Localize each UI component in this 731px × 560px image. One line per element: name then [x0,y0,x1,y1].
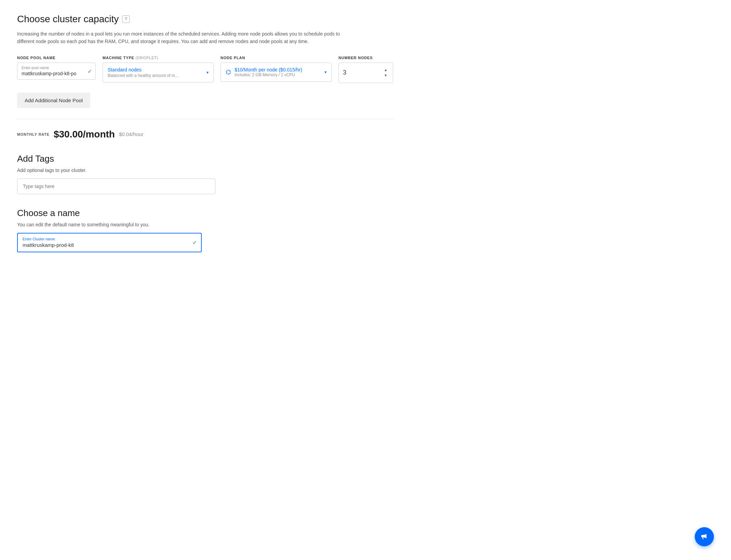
machine-type-chevron-icon: ▾ [207,70,209,75]
monthly-rate-label: MONTHLY RATE [17,132,50,136]
node-pool-form: NODE POOL NAME Enter pool name ✓ MACHINE… [17,56,393,83]
node-plan-desc: Includes: 2 GB Memory / 1 vCPU [235,72,302,77]
pool-name-check-icon: ✓ [88,68,92,74]
hourly-rate-value: $0.04/hour [119,131,144,137]
page-description: Increasing the number of nodes in a pool… [17,30,342,45]
page-title-text: Choose cluster capacity [17,14,119,25]
node-count-increment[interactable]: ▲ [383,68,389,72]
number-nodes-label: NUMBER NODES [338,56,393,60]
add-tags-desc: Add optional tags to your cluster. [17,168,393,173]
tags-input[interactable] [17,178,215,194]
pool-name-input-wrapper[interactable]: Enter pool name ✓ [17,63,96,80]
machine-type-dropdown-left: Standard nodes Balanced with a healthy a… [108,67,178,78]
node-plan-left: ⌬ $10/Month per node ($0.015/hr) Include… [226,67,302,77]
choose-name-desc: You can edit the default name to somethi… [17,222,393,227]
node-count-decrement[interactable]: ▼ [383,73,389,78]
cluster-name-check-icon: ✓ [192,239,197,246]
node-pool-name-label: NODE POOL NAME [17,56,96,60]
cluster-name-input-wrapper[interactable]: Enter Cluster name ✓ [17,233,202,252]
node-count-stepper: ▲ ▼ [383,68,389,78]
cluster-name-sublabel: Enter Cluster name [23,237,196,241]
cluster-name-input[interactable] [23,242,189,248]
number-nodes-wrapper: 3 ▲ ▼ [338,63,393,83]
add-tags-title: Add Tags [17,154,393,164]
node-pool-name-field: NODE POOL NAME Enter pool name ✓ [17,56,96,80]
machine-type-desc: Balanced with a healthy amount of m... [108,73,178,78]
machine-type-dropdown[interactable]: Standard nodes Balanced with a healthy a… [103,63,214,82]
pool-name-sublabel: Enter pool name [22,66,91,70]
pool-name-input[interactable] [22,71,84,76]
node-plan-field: NODE PLAN ⌬ $10/Month per node ($0.015/h… [221,56,332,82]
monthly-rate-value: $30.00/month [54,129,115,140]
machine-type-label: MACHINE TYPE (DROPLET) [103,56,214,60]
choose-name-title: Choose a name [17,208,393,218]
node-plan-value: $10/Month per node ($0.015/hr) [235,67,302,72]
node-plan-dropdown[interactable]: ⌬ $10/Month per node ($0.015/hr) Include… [221,63,332,82]
node-plan-label: NODE PLAN [221,56,332,60]
number-nodes-field: NUMBER NODES 3 ▲ ▼ [338,56,393,83]
help-icon[interactable]: ? [122,15,130,23]
node-plan-chevron-icon: ▾ [324,70,327,75]
machine-type-field: MACHINE TYPE (DROPLET) Standard nodes Ba… [103,56,214,82]
monthly-rate-row: MONTHLY RATE $30.00/month $0.04/hour [17,129,393,140]
node-plan-icon: ⌬ [226,68,231,76]
node-count-value: 3 [343,69,346,76]
page-title: Choose cluster capacity ? [17,14,393,25]
machine-type-value: Standard nodes [108,67,178,72]
add-node-pool-button[interactable]: Add Additional Node Pool [17,93,90,108]
section-divider [17,119,393,119]
node-plan-text: $10/Month per node ($0.015/hr) Includes:… [235,67,302,77]
